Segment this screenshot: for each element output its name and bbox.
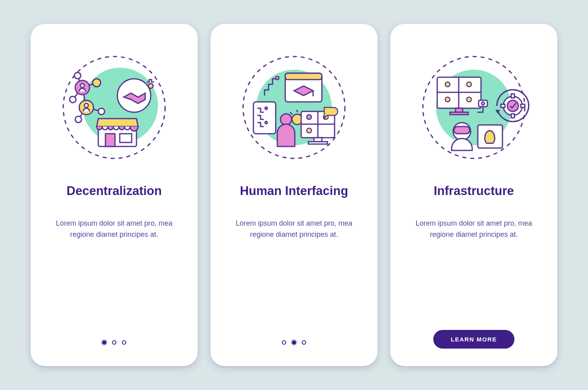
svg-point-52 — [467, 97, 471, 102]
pager-dot-2[interactable] — [292, 340, 296, 345]
svg-point-41 — [307, 128, 312, 133]
pager-dot-3[interactable] — [302, 340, 306, 345]
card-body: Lorem ipsum dolor sit amet pro, mea regi… — [414, 218, 533, 240]
svg-rect-65 — [454, 127, 470, 134]
card-body: Lorem ipsum dolor sit amet pro, mea regi… — [234, 218, 354, 240]
card-title: Infrastructure — [434, 184, 514, 198]
decentralization-icon — [58, 52, 170, 163]
svg-point-30 — [276, 76, 279, 80]
svg-rect-25 — [285, 73, 322, 80]
svg-point-29 — [265, 121, 267, 124]
svg-point-50 — [467, 82, 471, 87]
svg-rect-3 — [105, 134, 115, 146]
svg-point-28 — [265, 107, 267, 109]
pager-dot-2[interactable] — [112, 340, 117, 345]
svg-point-49 — [445, 82, 450, 87]
svg-rect-59 — [511, 94, 514, 98]
svg-point-19 — [98, 108, 105, 115]
pager-dots — [102, 340, 127, 345]
onboarding-card-3: Infrastructure Lorem ipsum dolor sit ame… — [390, 24, 557, 366]
card-body: Lorem ipsum dolor sit amet pro, mea regi… — [55, 218, 174, 240]
pager-dot-1[interactable] — [102, 340, 107, 345]
onboarding-card-2: Human Interfacing Lorem ipsum dolor sit … — [210, 24, 378, 366]
pager-dot-1[interactable] — [282, 340, 286, 345]
svg-point-63 — [507, 100, 518, 111]
svg-point-6 — [148, 84, 153, 88]
pager-dot-3[interactable] — [122, 340, 127, 345]
svg-point-20 — [80, 84, 84, 88]
infrastructure-icon — [418, 52, 530, 163]
svg-point-14 — [93, 79, 101, 87]
svg-rect-54 — [450, 112, 468, 115]
svg-point-15 — [74, 72, 81, 79]
svg-rect-61 — [501, 104, 505, 107]
card-title: Human Interfacing — [240, 184, 348, 198]
learn-more-button[interactable]: LEARN MORE — [433, 330, 514, 349]
svg-rect-60 — [511, 114, 514, 118]
svg-point-39 — [307, 115, 312, 119]
pager-dots — [282, 340, 306, 345]
card-title: Decentralization — [66, 184, 162, 198]
svg-rect-43 — [308, 142, 327, 144]
svg-rect-62 — [521, 104, 525, 107]
svg-point-56 — [481, 102, 485, 105]
svg-point-18 — [75, 116, 82, 123]
svg-point-51 — [445, 97, 450, 102]
onboarding-card-1: Decentralization Lorem ipsum dolor sit a… — [31, 24, 198, 366]
svg-rect-27 — [253, 102, 276, 134]
human-interfacing-icon — [238, 52, 350, 163]
svg-rect-4 — [120, 134, 132, 142]
svg-point-16 — [70, 96, 76, 103]
svg-point-21 — [84, 103, 88, 107]
svg-point-31 — [280, 114, 292, 125]
